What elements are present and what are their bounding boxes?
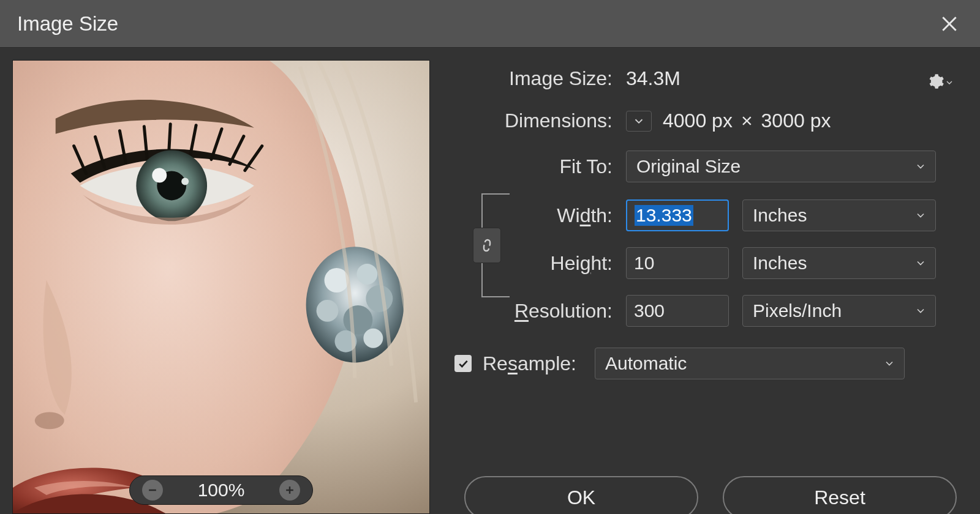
resample-value: Automatic [605, 353, 687, 374]
zoom-control: 100% [129, 475, 313, 505]
svg-point-21 [317, 300, 339, 322]
minus-icon [146, 484, 159, 496]
dialog-body: 100% Image Size: 34.3M Dimensions: [0, 48, 980, 514]
dimensions-unit-dropdown[interactable] [626, 111, 652, 132]
svg-point-20 [366, 285, 393, 312]
fit-to-value: Original Size [636, 156, 741, 177]
row-image-size: Image Size: 34.3M [467, 67, 957, 90]
label-dimensions: Dimensions: [467, 110, 626, 132]
image-size-dialog: Image Size [0, 0, 980, 514]
chevron-down-icon [944, 70, 954, 92]
chevron-down-icon [914, 156, 927, 177]
resample-checkbox[interactable] [454, 355, 472, 372]
resolution-unit-value: Pixels/Inch [753, 300, 842, 321]
chevron-down-icon [914, 300, 927, 321]
constrain-link [481, 193, 537, 297]
value-dim-width: 4000 px [663, 110, 733, 132]
row-fit-to: Fit To: Original Size [467, 151, 957, 182]
dialog-title: Image Size [17, 12, 118, 35]
height-unit-value: Inches [753, 253, 807, 274]
chevron-down-icon [914, 253, 927, 274]
label-resample: Resample: [454, 352, 595, 375]
svg-point-19 [356, 264, 377, 285]
row-resolution: Resolution: 300 Pixels/Inch [467, 295, 957, 327]
width-unit-select[interactable]: Inches [742, 199, 936, 231]
value-image-size: 34.3M [626, 67, 680, 90]
resample-select[interactable]: Automatic [595, 348, 905, 379]
label-image-size: Image Size: [467, 67, 626, 90]
svg-point-16 [35, 412, 64, 429]
height-input[interactable]: 10 [626, 247, 729, 279]
resolution-input[interactable]: 300 [626, 295, 729, 327]
settings-menu-button[interactable] [927, 70, 954, 92]
check-icon [457, 357, 469, 370]
chevron-down-icon [632, 114, 646, 128]
reset-button[interactable]: Reset [723, 476, 957, 514]
zoom-value: 100% [198, 480, 245, 501]
value-dim-height: 3000 px [761, 110, 831, 132]
fit-to-select[interactable]: Original Size [626, 151, 936, 182]
label-fit-to-text: Fit To: [559, 155, 612, 177]
row-resample: Resample: Automatic [454, 348, 957, 379]
row-width: Width: 13.333 Inches [467, 199, 957, 231]
zoom-out-button[interactable] [142, 480, 163, 501]
width-input[interactable]: 13.333 [626, 199, 729, 231]
plus-icon [284, 484, 296, 496]
footer-buttons: OK Reset [442, 476, 968, 514]
preview-image [13, 61, 429, 513]
label-fit-to: Fit To: [467, 155, 626, 178]
svg-point-14 [152, 168, 167, 183]
label-resolution: Resolution: [467, 300, 626, 322]
gear-icon [927, 73, 944, 90]
close-icon [940, 14, 959, 34]
height-unit-select[interactable]: Inches [742, 247, 936, 279]
row-dimensions: Dimensions: 4000 px × 3000 px [467, 110, 957, 132]
resolution-value: 300 [634, 300, 665, 321]
controls-panel: Image Size: 34.3M Dimensions: 4000 px × … [442, 60, 968, 514]
resolution-unit-select[interactable]: Pixels/Inch [742, 295, 936, 327]
width-value: 13.333 [635, 205, 693, 226]
svg-point-24 [363, 329, 383, 348]
chain-link-icon [480, 236, 494, 255]
svg-point-18 [325, 268, 349, 292]
width-unit-value: Inches [753, 205, 807, 226]
height-value: 10 [634, 253, 654, 274]
preview-panel: 100% [12, 60, 430, 514]
chevron-down-icon [914, 205, 927, 226]
titlebar: Image Size [0, 0, 980, 48]
ok-button[interactable]: OK [464, 476, 698, 514]
row-height: Height: 10 Inches [467, 247, 957, 279]
dim-times: × [741, 110, 753, 132]
zoom-in-button[interactable] [279, 480, 300, 501]
constrain-proportions-button[interactable] [473, 228, 501, 263]
image-preview[interactable] [12, 60, 430, 514]
svg-point-15 [181, 177, 189, 185]
close-button[interactable] [937, 12, 962, 36]
chevron-down-icon [883, 353, 895, 374]
